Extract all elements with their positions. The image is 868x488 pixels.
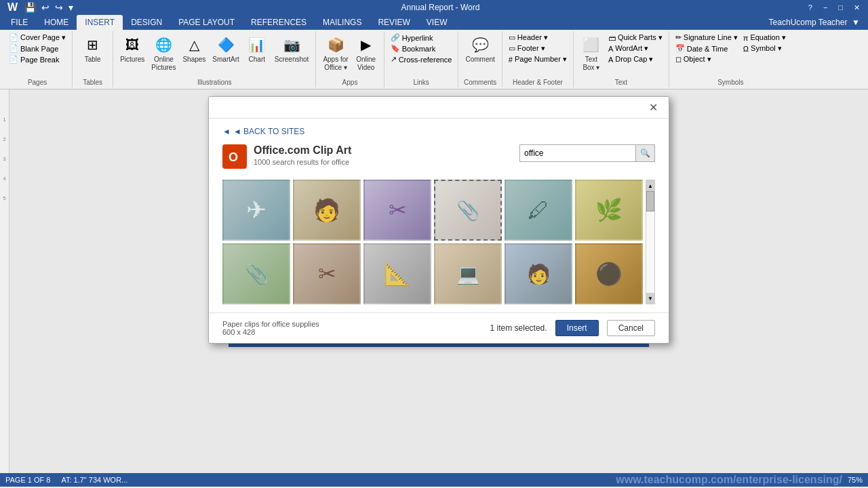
redo-qat-btn[interactable]: ↪ <box>53 1 65 14</box>
screenshot-btn[interactable]: 📷 Screenshot <box>272 33 312 65</box>
image-cell-7[interactable]: 📎 <box>222 243 290 304</box>
help-btn[interactable]: ? <box>806 3 815 12</box>
image-cell-1[interactable]: ✈ <box>222 180 290 241</box>
search-input[interactable] <box>520 145 635 161</box>
image-figure-12: ⚫ <box>576 245 642 303</box>
scrollbar-thumb[interactable] <box>646 191 654 211</box>
image-cell-8[interactable]: ✂ <box>293 243 361 304</box>
image-grid: ✈ 🧑 ✂ 📎 Paper clips for office supplies <box>222 180 646 304</box>
image-grid-container: ✈ 🧑 ✂ 📎 Paper clips for office supplies <box>222 180 655 304</box>
back-to-sites-btn[interactable]: ◄ ◄ BACK TO SITES <box>222 127 655 136</box>
pictures-btn[interactable]: 🖼 Pictures <box>117 33 147 65</box>
tab-insert[interactable]: INSERT <box>77 15 123 30</box>
cover-page-btn[interactable]: 📄 Cover Page ▾ <box>7 33 68 43</box>
dialog-overlay: ✕ ◄ ◄ BACK TO SITES O <box>9 89 868 473</box>
tab-page-layout[interactable]: PAGE LAYOUT <box>170 15 243 30</box>
tab-file[interactable]: FILE <box>3 15 36 30</box>
object-btn[interactable]: ◻ Object ▾ <box>673 54 740 64</box>
page-break-btn[interactable]: 📄 Page Break <box>7 54 68 64</box>
scrollbar-up-btn[interactable]: ▲ <box>646 180 654 191</box>
symbol-icon: Ω <box>743 45 749 53</box>
footer-btn[interactable]: ▭ Footer ▾ <box>507 43 569 54</box>
footer-actions: 1 item selected. Insert Cancel <box>490 320 655 336</box>
image-cell-5[interactable]: 🖊 <box>505 180 572 241</box>
quick-parts-btn[interactable]: 🗃 Quick Parts ▾ <box>606 33 665 43</box>
insert-btn[interactable]: Insert <box>555 320 599 336</box>
maximize-btn[interactable]: □ <box>835 3 846 12</box>
drop-cap-btn[interactable]: A Drop Cap ▾ <box>606 54 665 64</box>
tab-mailings[interactable]: MAILINGS <box>315 15 370 30</box>
blank-page-btn[interactable]: 📄 Blank Page <box>7 43 68 54</box>
comment-btn[interactable]: 💬 Comment <box>462 33 497 65</box>
scrollbar-down-btn[interactable]: ▼ <box>646 293 654 304</box>
footer-label: Footer ▾ <box>517 44 545 53</box>
tables-group-label: Tables <box>83 77 102 86</box>
image-cell-2[interactable]: 🧑 <box>293 180 361 241</box>
smartart-btn[interactable]: 🔷 SmartArt <box>210 33 241 65</box>
bookmark-btn[interactable]: 🔖 Bookmark <box>389 43 454 54</box>
close-btn[interactable]: ✕ <box>851 3 863 12</box>
image-cell-11[interactable]: 🧑 <box>505 243 572 304</box>
signature-line-btn[interactable]: ✏ Signature Line ▾ <box>673 33 740 43</box>
title-bar-right: ? − □ ✕ <box>806 3 863 12</box>
tab-references[interactable]: REFERENCES <box>243 15 315 30</box>
image-cell-9[interactable]: 📐 <box>363 243 431 304</box>
image-figure-10: 💻 <box>435 245 500 303</box>
online-pictures-icon: 🌐 <box>153 34 174 56</box>
header-label: Header ▾ <box>517 33 548 42</box>
chart-btn[interactable]: 📊 Chart <box>243 33 271 65</box>
cross-reference-btn[interactable]: ↗ Cross-reference <box>389 54 454 64</box>
image-cell-3[interactable]: ✂ <box>363 180 431 241</box>
online-pictures-btn[interactable]: 🌐 OnlinePictures <box>149 33 178 73</box>
links-items: 🔗 Hyperlink 🔖 Bookmark ↗ Cross-reference <box>389 33 454 77</box>
pages-col: 📄 Cover Page ▾ 📄 Blank Page 📄 Page Break <box>7 33 68 64</box>
scrollbar-track <box>646 191 654 293</box>
date-time-icon: 📅 <box>675 44 685 53</box>
save-qat-btn[interactable]: 💾 <box>22 1 38 14</box>
tab-view[interactable]: VIEW <box>418 15 456 30</box>
hyperlink-btn[interactable]: 🔗 Hyperlink <box>389 33 454 43</box>
image-cell-4[interactable]: 📎 Paper clips for office supplies <box>434 180 502 241</box>
dialog-title: Office.com Clip Art <box>254 144 351 157</box>
search-button[interactable]: 🔍 <box>635 145 654 161</box>
dialog-close-btn[interactable]: ✕ <box>646 101 660 114</box>
tab-home[interactable]: HOME <box>36 15 77 30</box>
undo-qat-btn[interactable]: ↩ <box>39 1 52 14</box>
wordart-btn[interactable]: A WordArt ▾ <box>606 43 665 54</box>
image-scrollbar[interactable]: ▲ ▼ <box>646 180 655 304</box>
links-col: 🔗 Hyperlink 🔖 Bookmark ↗ Cross-reference <box>389 33 454 64</box>
cancel-btn[interactable]: Cancel <box>607 320 655 336</box>
pages-group-label: Pages <box>28 77 47 86</box>
header-btn[interactable]: ▭ Header ▾ <box>507 33 569 43</box>
equation-btn[interactable]: π Equation ▾ <box>741 33 788 43</box>
tab-design[interactable]: DESIGN <box>123 15 170 30</box>
page-number-btn[interactable]: # Page Number ▾ <box>507 54 569 64</box>
shapes-btn[interactable]: △ Shapes <box>180 33 208 65</box>
more-qat-btn[interactable]: ▾ <box>66 1 75 14</box>
bookmark-icon: 🔖 <box>391 44 400 53</box>
image-cell-10[interactable]: 💻 <box>434 243 502 304</box>
table-btn[interactable]: ⊞ Table <box>79 33 106 65</box>
back-arrow-icon: ◄ <box>222 127 231 136</box>
image-cell-12[interactable]: ⚫ <box>575 243 643 304</box>
quick-parts-label: Quick Parts ▾ <box>618 33 663 42</box>
comments-items: 💬 Comment <box>462 33 497 77</box>
apps-for-office-btn[interactable]: 📦 Apps forOffice ▾ <box>320 33 351 73</box>
page-break-label: Page Break <box>20 56 59 64</box>
window-title: Annual Report - Word <box>75 3 806 12</box>
apps-group-label: Apps <box>342 77 358 86</box>
date-time-btn[interactable]: 📅 Date & Time <box>673 43 740 54</box>
image-cell-6[interactable]: 🌿 <box>575 180 643 241</box>
cover-page-icon: 📄 <box>9 33 18 42</box>
image-figure-5: 🖊 <box>506 181 571 239</box>
cover-page-label: Cover Page ▾ <box>20 33 66 42</box>
drop-cap-label: Drop Cap ▾ <box>615 55 653 64</box>
minimize-btn[interactable]: − <box>821 3 830 12</box>
image-figure-11: 🧑 <box>506 245 571 303</box>
online-video-btn[interactable]: ▶ OnlineVideo <box>353 33 380 73</box>
tab-review[interactable]: REVIEW <box>370 15 418 30</box>
page-count-status: PAGE 1 OF 8 <box>5 476 50 484</box>
symbol-btn[interactable]: Ω Symbol ▾ <box>741 43 788 54</box>
header-footer-items: ▭ Header ▾ ▭ Footer ▾ # Page Number ▾ <box>507 33 569 77</box>
text-box-btn[interactable]: ⬜ TextBox ▾ <box>578 33 605 73</box>
